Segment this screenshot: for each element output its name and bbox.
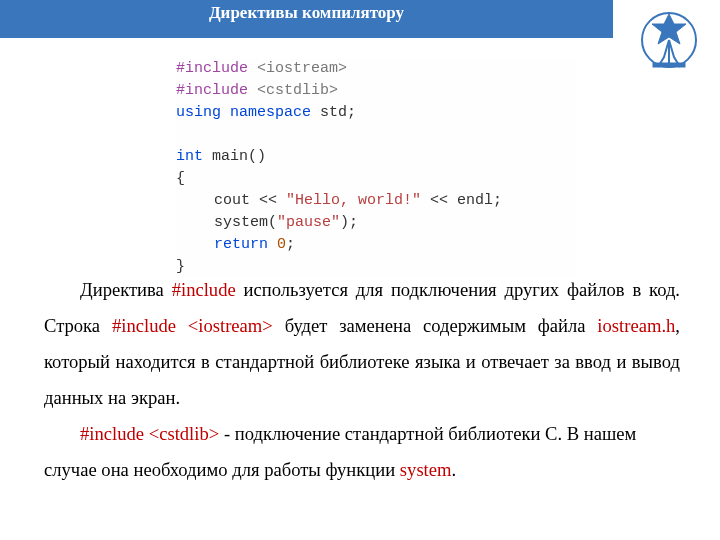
token-main: main()	[203, 148, 266, 165]
svg-rect-1	[653, 63, 685, 67]
code-sample: #include <iostream> #include <cstdlib> u…	[176, 58, 576, 278]
code-line	[176, 124, 576, 146]
string-hello: "Hello, world!"	[286, 192, 421, 209]
keyword-namespace: namespace	[230, 104, 311, 121]
highlight-include-iostream: #include <iostream>	[112, 315, 273, 336]
code-line: using namespace std;	[176, 102, 576, 124]
token-cout: cout <<	[214, 192, 286, 209]
string-pause: "pause"	[277, 214, 340, 231]
page-title: Директивы компилятору	[209, 3, 404, 22]
keyword-include: #include	[176, 60, 248, 77]
header-bar: Директивы компилятору	[0, 0, 613, 38]
code-line: return 0;	[176, 234, 576, 256]
token-std: std;	[311, 104, 356, 121]
brace-open: {	[176, 170, 185, 187]
logo-emblem	[636, 7, 702, 73]
highlight-include-cstdlib: #include <cstdlib>	[80, 423, 219, 444]
token-endl: << endl;	[421, 192, 502, 209]
keyword-using: using	[176, 104, 221, 121]
text: .	[452, 459, 457, 480]
code-line: #include <cstdlib>	[176, 80, 576, 102]
body-text: Директива #include используется для подк…	[44, 272, 680, 488]
highlight-system: system	[400, 459, 452, 480]
paragraph-1: Директива #include используется для подк…	[44, 272, 680, 416]
paragraph-2: #include <cstdlib> - подключение стандар…	[44, 416, 680, 488]
code-line: int main()	[176, 146, 576, 168]
literal-zero: 0	[277, 236, 286, 253]
token-cstdlib: <cstdlib>	[257, 82, 338, 99]
keyword-return: return	[214, 236, 268, 253]
code-line: #include <iostream>	[176, 58, 576, 80]
token-system: system(	[214, 214, 277, 231]
token-semicolon: ;	[286, 236, 295, 253]
keyword-include: #include	[176, 82, 248, 99]
text: Директива	[80, 279, 172, 300]
token-iostream: <iostream>	[257, 60, 347, 77]
code-line: system("pause");	[176, 212, 576, 234]
code-line: cout << "Hello, world!" << endl;	[176, 190, 576, 212]
token-close: );	[340, 214, 358, 231]
highlight-iostream-h: iostream.h	[597, 315, 675, 336]
code-line: {	[176, 168, 576, 190]
keyword-int: int	[176, 148, 203, 165]
text: будет заменена содержимым файла	[273, 315, 598, 336]
highlight-include: #include	[172, 279, 236, 300]
